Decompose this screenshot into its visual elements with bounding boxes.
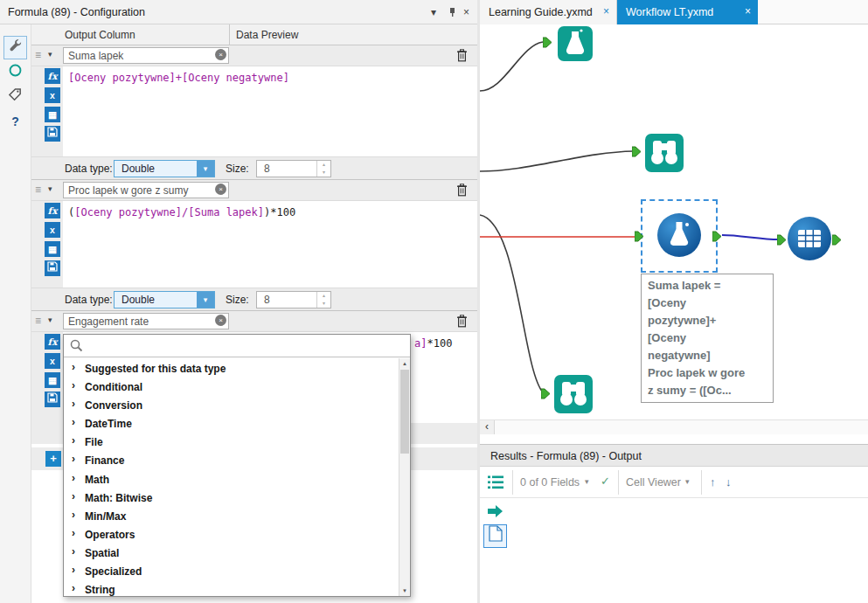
constants-icon[interactable]: ▦ bbox=[45, 107, 60, 122]
help-button[interactable]: ? bbox=[3, 111, 27, 135]
workflow-canvas[interactable]: Suma lapek =[Ocenypozytywne]+[Ocenynegat… bbox=[480, 24, 868, 419]
spinner-arrows[interactable]: ▴▾ bbox=[316, 292, 330, 308]
delete-expression-button[interactable] bbox=[456, 184, 469, 198]
collapse-icon[interactable]: ▾ bbox=[431, 6, 436, 18]
formula-editor-1[interactable]: fx x ▦ [Oceny pozytywne]+[Oceny negatywn… bbox=[31, 66, 477, 157]
input-anchor-icon[interactable] bbox=[777, 234, 787, 246]
save-expression-icon[interactable] bbox=[45, 260, 60, 276]
functions-icon[interactable]: fx bbox=[45, 68, 60, 84]
function-category[interactable]: › Suggested for this data type bbox=[64, 358, 399, 377]
browse-tool[interactable] bbox=[644, 133, 684, 177]
delete-expression-button[interactable] bbox=[456, 315, 469, 329]
input-anchor-icon[interactable] bbox=[632, 146, 642, 157]
results-copy-button[interactable] bbox=[483, 524, 507, 548]
fields-dropdown-caret-icon[interactable]: ▾ bbox=[585, 477, 589, 486]
columns-icon[interactable]: x bbox=[45, 222, 60, 238]
functions-icon[interactable]: fx bbox=[45, 203, 60, 218]
clear-icon[interactable]: × bbox=[215, 49, 226, 60]
close-tab-icon[interactable]: × bbox=[603, 5, 609, 17]
close-icon[interactable]: × bbox=[463, 6, 469, 18]
data-type-dropdown[interactable]: Double ▾ bbox=[114, 291, 215, 308]
data-type-dropdown[interactable]: Double ▾ bbox=[114, 160, 215, 177]
canvas-horizontal-scrollbar[interactable]: ‹ bbox=[480, 419, 868, 434]
function-category[interactable]: › Finance bbox=[64, 450, 399, 468]
function-category[interactable]: › Math bbox=[64, 469, 399, 488]
function-category[interactable]: › Conditional bbox=[64, 377, 399, 395]
size-spinner[interactable]: 8 ▴▾ bbox=[256, 160, 331, 177]
dropdown-caret-icon[interactable]: ▾ bbox=[197, 161, 214, 177]
output-anchor-icon[interactable] bbox=[712, 231, 722, 242]
results-list-icon[interactable] bbox=[486, 473, 505, 496]
wire[interactable] bbox=[480, 215, 543, 392]
tab-workflow-lt[interactable]: Workflow LT.yxmd × bbox=[617, 0, 758, 24]
spin-up-icon[interactable]: ▴ bbox=[317, 161, 330, 169]
function-category[interactable]: › Spatial bbox=[64, 543, 399, 561]
cell-viewer-caret-icon[interactable]: ▾ bbox=[685, 477, 690, 486]
scroll-up-icon[interactable]: ▲ bbox=[399, 361, 410, 366]
cell-viewer-label[interactable]: Cell Viewer bbox=[626, 476, 681, 489]
formula-tool[interactable] bbox=[656, 212, 702, 261]
input-anchor-icon[interactable] bbox=[541, 388, 551, 399]
output-anchor-icon[interactable] bbox=[832, 234, 842, 246]
delete-expression-button[interactable] bbox=[456, 49, 469, 63]
function-category[interactable]: › DateTime bbox=[64, 413, 399, 432]
drag-handle-icon[interactable]: ≡ bbox=[35, 315, 41, 327]
function-list-scrollbar[interactable]: ▲ ▼ bbox=[399, 358, 410, 596]
function-search-input[interactable] bbox=[87, 337, 375, 354]
scroll-left-icon[interactable]: ‹ bbox=[480, 420, 495, 434]
add-expression-button[interactable]: + bbox=[45, 451, 61, 467]
function-category[interactable]: › Math: Bitwise bbox=[64, 488, 399, 506]
spin-up-icon[interactable]: ▴ bbox=[317, 292, 330, 300]
drag-handle-icon[interactable]: ≡ bbox=[35, 49, 41, 61]
function-search[interactable] bbox=[64, 335, 410, 357]
close-tab-icon[interactable]: × bbox=[745, 5, 751, 17]
function-category[interactable]: › File bbox=[64, 432, 399, 450]
spin-down-icon[interactable]: ▾ bbox=[317, 300, 330, 308]
formula-editor-2[interactable]: fx x ▦ ([Oceny pozytywne]/[Suma lapek])*… bbox=[31, 201, 477, 288]
output-column-input[interactable] bbox=[63, 182, 229, 198]
input-anchor-icon[interactable] bbox=[543, 37, 552, 48]
results-open-icon[interactable] bbox=[486, 502, 505, 524]
macro-tool[interactable] bbox=[557, 25, 594, 66]
sort-up-icon[interactable]: ↑ bbox=[710, 475, 716, 489]
function-category[interactable]: › Operators bbox=[64, 524, 399, 543]
chevron-down-icon[interactable]: ▾ bbox=[48, 50, 52, 59]
formula-expression-partial[interactable]: a]*100 bbox=[414, 337, 452, 350]
output-column-input[interactable] bbox=[63, 313, 229, 329]
formula-expression[interactable]: ([Oceny pozytywne]/[Suma lapek])*100 bbox=[68, 206, 470, 218]
columns-icon[interactable]: x bbox=[45, 87, 60, 103]
spin-down-icon[interactable]: ▾ bbox=[317, 169, 330, 177]
dropdown-caret-icon[interactable]: ▾ bbox=[197, 292, 214, 308]
scrollbar-thumb[interactable] bbox=[400, 370, 409, 454]
function-category[interactable]: › Min/Max bbox=[64, 506, 399, 524]
functions-icon[interactable]: fx bbox=[45, 334, 60, 350]
save-expression-icon[interactable] bbox=[45, 392, 60, 407]
pin-icon[interactable] bbox=[448, 7, 457, 20]
apply-check-icon[interactable]: ✓ bbox=[601, 475, 610, 488]
clear-icon[interactable]: × bbox=[215, 315, 226, 326]
tool-annotation[interactable]: Suma lapek =[Ocenypozytywne]+[Ocenynegat… bbox=[641, 274, 774, 403]
spinner-arrows[interactable]: ▴▾ bbox=[316, 161, 330, 177]
chevron-down-icon[interactable]: ▾ bbox=[48, 184, 52, 193]
tab-learning-guide[interactable]: Learning Guide.yxmd × bbox=[480, 0, 617, 24]
function-category[interactable]: › String bbox=[64, 579, 399, 596]
sort-down-icon[interactable]: ↓ bbox=[726, 475, 732, 489]
table-output-tool[interactable] bbox=[787, 216, 832, 265]
output-column-input[interactable] bbox=[63, 47, 229, 64]
function-category[interactable]: › Conversion bbox=[64, 395, 399, 413]
wire-blue[interactable] bbox=[722, 235, 779, 239]
function-category[interactable]: › Specialized bbox=[64, 561, 399, 579]
configuration-tool-button[interactable] bbox=[3, 36, 27, 59]
wire[interactable] bbox=[480, 151, 634, 171]
navigation-button[interactable] bbox=[3, 62, 27, 86]
save-expression-icon[interactable] bbox=[45, 126, 60, 142]
constants-icon[interactable]: ▦ bbox=[45, 241, 60, 257]
formula-expression[interactable]: [Oceny pozytywne]+[Oceny negatywne] bbox=[68, 72, 470, 84]
scroll-down-icon[interactable]: ▼ bbox=[399, 588, 410, 593]
size-spinner[interactable]: 8 ▴▾ bbox=[256, 291, 331, 308]
annotation-button[interactable] bbox=[3, 87, 27, 110]
clear-icon[interactable]: × bbox=[215, 184, 226, 195]
constants-icon[interactable]: ▦ bbox=[45, 372, 60, 388]
drag-handle-icon[interactable]: ≡ bbox=[35, 184, 41, 196]
input-anchor-icon[interactable] bbox=[635, 231, 644, 242]
